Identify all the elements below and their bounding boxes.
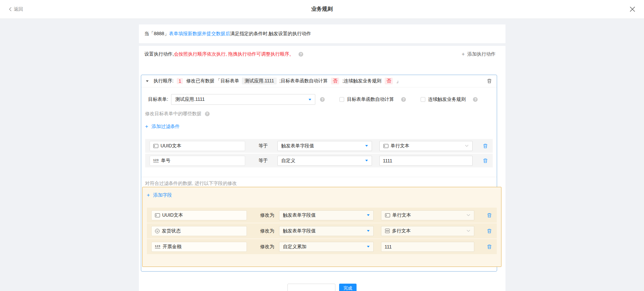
modify-row: 发货状态 修改为 触发表单字段值 多行文本 bbox=[147, 223, 497, 238]
delete-modify-trash-icon[interactable] bbox=[487, 244, 492, 249]
caret-down-icon bbox=[365, 145, 368, 147]
filter-source-value: 自定义 bbox=[281, 158, 363, 164]
filter-field-select[interactable]: UUID文本 bbox=[150, 141, 245, 151]
target-form-select-value: 测试应用.1111 bbox=[175, 96, 306, 102]
filter-value-input[interactable] bbox=[379, 156, 473, 166]
modify-source-value: 自定义累加 bbox=[283, 244, 364, 250]
modify-value: 多行文本 bbox=[392, 228, 462, 234]
rule-panel-header[interactable]: 执行顺序: 1 修改已有数据 「目标表单 测试应用.1111 ;目标表单函数自动… bbox=[141, 75, 497, 87]
trigger-card: 当「8888」 表单填报新数据并提交数据后 满足指定的条件时,触发设置的执行动作 bbox=[139, 24, 505, 43]
add-field-button[interactable]: + 添加字段 bbox=[147, 192, 172, 198]
calc-checkbox-group[interactable]: 目标表单函数自动计算 ? bbox=[339, 96, 406, 102]
delete-filter-trash-icon[interactable] bbox=[483, 143, 488, 149]
input-field-icon bbox=[383, 144, 388, 148]
modify-value-select[interactable]: 多行文本 bbox=[381, 226, 474, 236]
multiline-field-icon bbox=[385, 229, 390, 233]
modify-value-input[interactable] bbox=[381, 242, 474, 252]
close-icon[interactable] bbox=[630, 6, 635, 12]
filter-source-select[interactable]: 自定义 bbox=[277, 156, 372, 166]
modify-field-select[interactable]: UUID文本 bbox=[151, 210, 247, 220]
modify-section-highlight: + 添加字段 UUID文本 修改为 bbox=[142, 187, 501, 267]
modify-source-select[interactable]: 自定义累加 bbox=[279, 242, 374, 252]
delete-filter-trash-icon[interactable] bbox=[483, 158, 488, 163]
help-icon[interactable]: ? bbox=[473, 97, 478, 102]
help-icon[interactable]: ? bbox=[205, 112, 210, 116]
modify-source-select[interactable]: 触发表单字段值 bbox=[279, 210, 374, 220]
modify-row: UUID文本 修改为 触发表单字段值 单行文本 bbox=[147, 208, 497, 223]
add-filter-label: 添加过滤条件 bbox=[152, 124, 180, 130]
filter-field-select[interactable]: 123 单号 bbox=[150, 156, 245, 166]
calc-value-badge: 否 bbox=[331, 78, 339, 84]
help-icon[interactable]: ? bbox=[299, 52, 303, 57]
help-icon[interactable]: ? bbox=[320, 97, 325, 102]
caret-down-icon bbox=[367, 246, 370, 247]
target-form-select[interactable]: 测试应用.1111 bbox=[171, 94, 315, 105]
chain-value-badge: 否 bbox=[385, 78, 393, 84]
plus-icon: + bbox=[145, 124, 148, 129]
add-action-label: 添加执行动作 bbox=[468, 51, 496, 57]
caret-down-icon bbox=[367, 230, 370, 232]
add-filter-button[interactable]: + 添加过滤条件 bbox=[145, 124, 180, 130]
delete-modify-trash-icon[interactable] bbox=[487, 228, 492, 234]
filter-operator: 等于 bbox=[259, 158, 277, 164]
modify-source-value: 触发表单字段值 bbox=[283, 212, 364, 218]
actions-label: 设置执行动作, bbox=[145, 51, 174, 57]
target-form-row: 目标表单: 测试应用.1111 ? 目标表单函数自动计算 ? 连续触发业务规则 bbox=[145, 94, 493, 105]
modify-rows: UUID文本 修改为 触发表单字段值 单行文本 bbox=[147, 208, 497, 254]
filter-hint-label: 修改目标表单中的哪些数据 bbox=[145, 111, 202, 117]
help-icon[interactable]: ? bbox=[401, 97, 406, 102]
calc-checkbox[interactable] bbox=[339, 97, 344, 102]
trigger-suffix: 满足指定的条件时,触发设置的执行动作 bbox=[230, 31, 311, 37]
modify-field-label: 开票金额 bbox=[163, 244, 181, 250]
calc-segment: ;目标表单函数自动计算 bbox=[279, 78, 328, 84]
modify-source-select[interactable]: 触发表单字段值 bbox=[279, 226, 374, 236]
done-button[interactable]: 完成 bbox=[339, 284, 357, 291]
input-field-icon bbox=[155, 213, 160, 217]
calc-checkbox-label: 目标表单函数自动计算 bbox=[347, 96, 394, 102]
modify-field-label: UUID文本 bbox=[162, 212, 183, 218]
input-field-icon bbox=[153, 144, 158, 148]
trigger-prefix: 当「8888」 bbox=[145, 31, 169, 37]
order-badge: 1 bbox=[177, 78, 183, 84]
rule-panel: 执行顺序: 1 修改已有数据 「目标表单 测试应用.1111 ;目标表单函数自动… bbox=[141, 75, 497, 272]
modify-operator: 修改为 bbox=[260, 212, 279, 218]
action-type-label: 修改已有数据 bbox=[186, 78, 214, 84]
chevron-down-icon bbox=[465, 145, 469, 147]
caret-down-icon bbox=[365, 160, 368, 161]
back-label: 返回 bbox=[14, 6, 23, 12]
input-field-icon bbox=[385, 213, 390, 217]
trigger-event-link[interactable]: 表单填报新数据并提交数据后 bbox=[169, 31, 230, 37]
modify-field-label: 发货状态 bbox=[162, 228, 181, 234]
filter-value: 单行文本 bbox=[391, 143, 460, 149]
modify-row: 123 开票金额 修改为 自定义累加 bbox=[147, 239, 497, 254]
delete-modify-trash-icon[interactable] bbox=[487, 213, 492, 218]
modify-operator: 修改为 bbox=[260, 244, 279, 250]
modify-field-select[interactable]: 发货状态 bbox=[151, 226, 247, 236]
filter-rows: UUID文本 等于 触发表单字段值 单行文本 bbox=[145, 139, 493, 167]
delete-rule-trash-icon[interactable] bbox=[487, 78, 492, 84]
modify-hint: 对符合过滤条件的数据, 进行以下字段的修改 bbox=[145, 180, 493, 187]
add-action-button[interactable]: + 添加执行动作 bbox=[462, 51, 495, 57]
filter-source-value: 触发表单字段值 bbox=[281, 143, 363, 149]
filter-value-select[interactable]: 单行文本 bbox=[379, 141, 473, 151]
modify-value: 单行文本 bbox=[392, 212, 462, 218]
filter-hint: 修改目标表单中的哪些数据 ? bbox=[145, 111, 493, 117]
filter-operator: 等于 bbox=[259, 143, 277, 149]
chain-checkbox[interactable] bbox=[421, 97, 425, 102]
number-field-icon: 123 bbox=[153, 159, 159, 162]
filter-source-select[interactable]: 触发表单字段值 bbox=[277, 141, 372, 151]
back-button[interactable]: 返回 bbox=[9, 6, 23, 12]
chain-segment: ;连续触发业务规则 bbox=[342, 78, 381, 84]
spacer bbox=[139, 43, 505, 46]
footer-input[interactable] bbox=[287, 284, 335, 291]
modify-field-select[interactable]: 123 开票金额 bbox=[151, 242, 247, 252]
modify-source-value: 触发表单字段值 bbox=[283, 228, 364, 234]
number-field-icon: 123 bbox=[155, 245, 161, 248]
modify-value-select[interactable]: 单行文本 bbox=[381, 210, 474, 220]
chain-checkbox-group[interactable]: 连续触发业务规则 ? bbox=[421, 96, 478, 102]
caret-down-icon bbox=[309, 99, 311, 100]
section-divider bbox=[141, 177, 497, 177]
collapse-caret-icon[interactable] bbox=[146, 80, 149, 82]
bracket-close: 」 bbox=[396, 78, 401, 84]
plus-icon: + bbox=[147, 193, 150, 198]
